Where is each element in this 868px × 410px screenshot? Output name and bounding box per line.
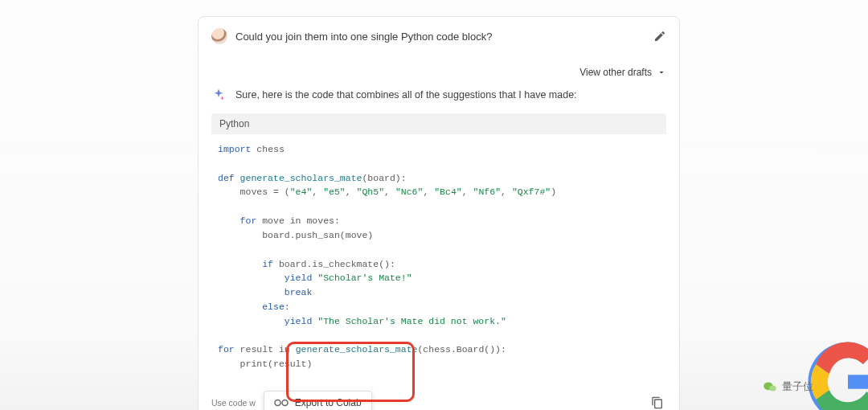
wechat-icon [763, 381, 777, 392]
code-block: import chess def generate_scholars_mate(… [211, 134, 666, 378]
view-drafts-label: View other drafts [579, 67, 652, 78]
sparkle-icon [211, 88, 226, 102]
google-g-watermark [804, 338, 868, 410]
svg-point-1 [282, 400, 288, 406]
use-caution-label: Use code w [211, 398, 256, 408]
export-label: Export to Colab [295, 397, 362, 408]
edit-icon[interactable] [653, 30, 666, 43]
copy-icon [651, 396, 664, 409]
svg-point-6 [769, 386, 776, 392]
code-footer-row: Use code w Export to Colab [211, 386, 666, 410]
colab-icon [274, 398, 289, 408]
copy-code-button[interactable] [649, 394, 666, 410]
watermark-text: 量子位 [782, 379, 813, 394]
code-language-label: Python [211, 113, 666, 134]
chat-card: Could you join them into one single Pyth… [198, 16, 680, 410]
user-question-text: Could you join them into one single Pyth… [235, 31, 645, 43]
view-drafts-toggle[interactable]: View other drafts [211, 67, 666, 78]
export-to-colab-button[interactable]: Export to Colab [264, 391, 372, 410]
user-message-header: Could you join them into one single Pyth… [211, 28, 666, 44]
assistant-intro-text: Sure, here is the code that combines all… [235, 89, 577, 100]
source-watermark: 量子位 [763, 379, 813, 394]
user-avatar [211, 28, 227, 44]
assistant-intro-row: Sure, here is the code that combines all… [211, 88, 666, 102]
svg-point-0 [275, 400, 280, 406]
chevron-down-icon [657, 68, 666, 77]
